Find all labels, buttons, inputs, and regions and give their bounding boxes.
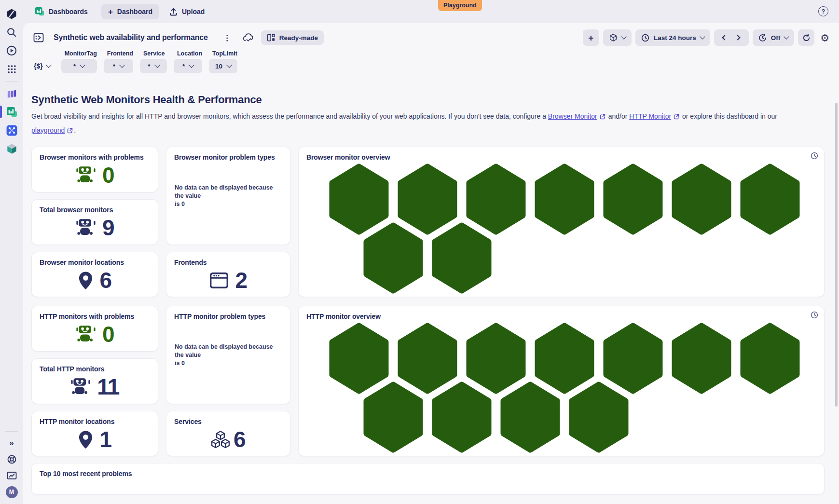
kpi-value: 0 xyxy=(102,323,114,345)
chevron-down-icon xyxy=(154,62,160,68)
tile-title: Browser monitor overview xyxy=(299,147,824,161)
monitor-hexagon[interactable] xyxy=(499,381,562,453)
sidebar: » M xyxy=(0,0,23,504)
tile-title: HTTP monitors with problems xyxy=(32,306,158,320)
toolbar-actions: + Last 24 hours xyxy=(583,29,829,46)
sidebar-divider-bottom xyxy=(5,431,18,432)
add-tile-button[interactable]: + xyxy=(583,29,599,46)
logo-cube-icon xyxy=(6,8,17,20)
monitor-hexagon[interactable] xyxy=(533,163,596,235)
tile-title: Total browser monitors xyxy=(32,200,158,214)
monitor-hexagon[interactable] xyxy=(430,222,493,294)
hexagon-shape xyxy=(670,163,733,235)
previous-timeframe-button[interactable] xyxy=(717,29,731,46)
upload-button[interactable]: Upload xyxy=(169,7,205,16)
tile-title: Browser monitor locations xyxy=(32,252,158,266)
dots-grid-glyph xyxy=(7,65,16,74)
ready-made-label: Ready-made xyxy=(279,34,318,41)
monitor-hexagon[interactable] xyxy=(362,381,425,453)
entity-scope-dropdown[interactable] xyxy=(603,29,632,46)
tile-http-monitor-overview: HTTP monitor overview xyxy=(298,306,825,456)
vertical-scrollbar[interactable] xyxy=(835,103,838,407)
hexagon-shape xyxy=(670,323,733,394)
kpi-value: 2 xyxy=(235,269,247,291)
monitor-hexagon[interactable] xyxy=(739,163,801,235)
kpi-value: 0 xyxy=(102,164,114,186)
lifebuoy-glyph xyxy=(7,454,17,464)
main-area: Dashboards + Dashboard Upload Playground… xyxy=(23,0,839,504)
filter-dropdown-service[interactable]: * xyxy=(140,59,167,73)
filter-dropdown-location[interactable]: * xyxy=(174,59,202,73)
help-button[interactable]: ? xyxy=(818,6,828,16)
tile-title: HTTP monitor locations xyxy=(32,411,158,425)
monitor-hexagon[interactable] xyxy=(567,381,630,453)
link-label: HTTP Monitor xyxy=(629,112,671,120)
monitor-hexagon[interactable] xyxy=(602,163,664,235)
tile-clock-icon[interactable] xyxy=(811,311,818,321)
filters-list: MonitorTag*Frontend*Service*Location*Top… xyxy=(61,50,237,73)
ready-made-badge[interactable]: Ready-made xyxy=(261,30,324,45)
kpi-value-row: 6 xyxy=(32,266,158,294)
inline-link[interactable]: HTTP Monitor xyxy=(629,112,680,120)
user-avatar[interactable]: M xyxy=(0,484,23,500)
sync-status-icon[interactable] xyxy=(243,33,253,42)
double-chevron-icon: » xyxy=(9,439,14,447)
description-line: playground. xyxy=(31,125,839,135)
next-timeframe-button[interactable] xyxy=(731,29,746,46)
dashboards-app-label: Dashboards xyxy=(49,8,88,15)
http-tiles-grid: HTTP monitors with problems 0 HTTP monit… xyxy=(31,306,839,456)
external-link-icon xyxy=(67,128,73,134)
filter-dropdown-monitortag[interactable]: * xyxy=(61,59,97,73)
sidebar-item-extensions[interactable] xyxy=(0,121,23,139)
auto-refresh-dropdown[interactable]: Off xyxy=(753,29,795,46)
apps-grid-icon[interactable] xyxy=(0,60,23,78)
sidebar-item-kubernetes[interactable] xyxy=(0,139,23,158)
open-dashboard-list-button[interactable] xyxy=(31,30,46,45)
auto-refresh-label: Off xyxy=(771,34,781,41)
dynatrace-logo-icon[interactable] xyxy=(0,5,23,23)
refresh-button[interactable] xyxy=(798,29,814,46)
usage-summary-icon[interactable] xyxy=(0,467,23,484)
settings-button[interactable]: ⚙ xyxy=(820,33,829,43)
tile-frontends: Frontends 2 xyxy=(166,252,290,297)
clock-icon xyxy=(811,311,818,319)
monitor-hexagon[interactable] xyxy=(670,163,733,235)
filter-dropdown-toplimit[interactable]: 10 xyxy=(209,59,237,73)
filter-dropdown-frontend[interactable]: * xyxy=(104,59,133,73)
sidebar-item-clouds[interactable] xyxy=(0,84,23,103)
kpi-value-row: 9 xyxy=(32,214,158,242)
monitor-hexagon[interactable] xyxy=(362,222,425,294)
kpi-value-row: 2 xyxy=(166,266,290,294)
automations-icon[interactable] xyxy=(0,41,23,60)
upload-label: Upload xyxy=(182,8,205,15)
dashboards-app-chip[interactable]: Dashboards xyxy=(35,7,88,16)
sidebar-divider xyxy=(5,81,18,82)
tile-title: Top 10 most recent problems xyxy=(32,463,824,477)
monitor-hexagon[interactable] xyxy=(670,323,733,394)
external-link-icon xyxy=(674,114,679,120)
no-data-message: No data can be displayed because the val… xyxy=(175,184,282,208)
chevron-down-icon xyxy=(189,62,194,68)
monitor-hexagon[interactable] xyxy=(739,323,801,394)
sidebar-expand-button[interactable]: » xyxy=(0,435,23,451)
panel-list-icon xyxy=(33,32,44,43)
dashboards-app-icon xyxy=(35,7,44,16)
inline-link[interactable]: playground xyxy=(31,126,74,134)
variable-selector[interactable]: {$} xyxy=(34,59,51,73)
more-options-button[interactable]: ⋮ xyxy=(220,33,234,42)
search-icon[interactable] xyxy=(0,23,23,41)
dashboard-content: Synthetic Web Monitors Health & Performa… xyxy=(23,94,839,495)
robot-icon xyxy=(76,218,96,237)
hexagon-shape xyxy=(739,323,801,394)
refresh-icon xyxy=(802,34,811,42)
tile-clock-icon[interactable] xyxy=(811,152,818,162)
sidebar-item-dashboards[interactable] xyxy=(0,103,23,121)
timeframe-selector[interactable]: Last 24 hours xyxy=(635,29,710,46)
monitor-hexagon[interactable] xyxy=(430,381,493,453)
inline-link[interactable]: Browser Monitor xyxy=(548,112,606,120)
tab-dashboard[interactable]: + Dashboard xyxy=(101,4,159,19)
chevron-down-icon xyxy=(621,34,626,39)
support-icon[interactable] xyxy=(0,451,23,467)
playground-badge: Playground xyxy=(438,0,482,11)
tile-title: HTTP monitor problem types xyxy=(166,306,290,320)
